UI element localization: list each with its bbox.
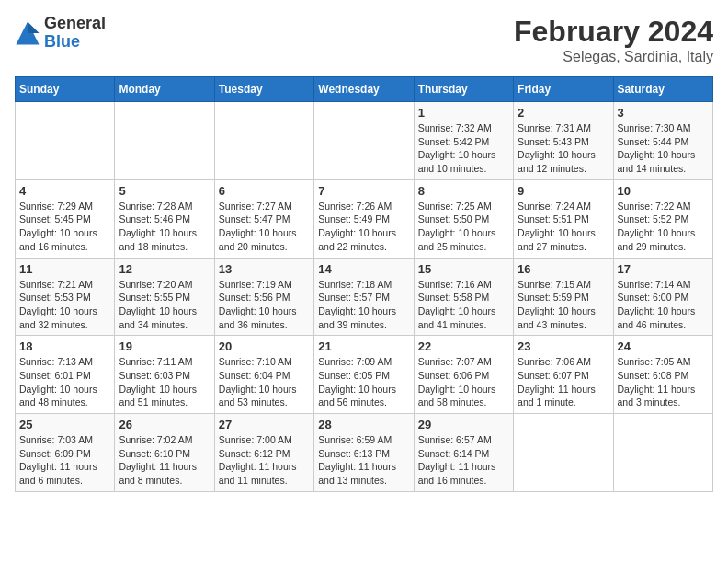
- day-info: Sunrise: 7:19 AMSunset: 5:56 PMDaylight:…: [219, 278, 310, 332]
- logo-blue: Blue: [44, 33, 106, 52]
- day-number: 23: [518, 339, 609, 353]
- weekday-header: Sunday: [16, 77, 115, 102]
- calendar-cell: [514, 414, 613, 492]
- calendar-week-row: 18Sunrise: 7:13 AMSunset: 6:01 PMDayligh…: [16, 336, 713, 414]
- day-number: 8: [418, 184, 509, 198]
- day-number: 16: [518, 262, 609, 276]
- calendar-cell: 6Sunrise: 7:27 AMSunset: 5:47 PMDaylight…: [214, 179, 313, 258]
- day-number: 5: [119, 184, 210, 198]
- day-number: 18: [19, 339, 110, 353]
- day-number: 26: [119, 418, 210, 431]
- day-info: Sunrise: 7:32 AMSunset: 5:42 PMDaylight:…: [418, 121, 509, 176]
- day-info: Sunrise: 6:59 AMSunset: 6:13 PMDaylight:…: [318, 433, 409, 488]
- day-info: Sunrise: 7:20 AMSunset: 5:55 PMDaylight:…: [119, 278, 210, 332]
- day-info: Sunrise: 7:10 AMSunset: 6:04 PMDaylight:…: [219, 355, 310, 409]
- day-number: 25: [19, 418, 110, 431]
- weekday-header: Thursday: [414, 77, 513, 102]
- calendar-cell: 17Sunrise: 7:14 AMSunset: 6:00 PMDayligh…: [613, 258, 712, 336]
- calendar-cell: 16Sunrise: 7:15 AMSunset: 5:59 PMDayligh…: [514, 258, 613, 336]
- calendar-week-row: 1Sunrise: 7:32 AMSunset: 5:42 PMDaylight…: [16, 102, 713, 180]
- calendar-cell: [214, 102, 313, 180]
- calendar-cell: 1Sunrise: 7:32 AMSunset: 5:42 PMDaylight…: [414, 102, 513, 180]
- day-info: Sunrise: 7:05 AMSunset: 6:08 PMDaylight:…: [618, 355, 709, 409]
- logo: General Blue: [15, 15, 106, 52]
- weekday-header: Saturday: [613, 77, 712, 102]
- calendar-week-row: 25Sunrise: 7:03 AMSunset: 6:09 PMDayligh…: [16, 414, 713, 492]
- calendar-cell: 15Sunrise: 7:16 AMSunset: 5:58 PMDayligh…: [414, 258, 513, 336]
- logo-icon: [15, 20, 40, 46]
- location: Selegas, Sardinia, Italy: [514, 49, 713, 65]
- day-info: Sunrise: 7:16 AMSunset: 5:58 PMDaylight:…: [418, 278, 509, 332]
- calendar-cell: 7Sunrise: 7:26 AMSunset: 5:49 PMDaylight…: [314, 179, 414, 258]
- day-info: Sunrise: 7:11 AMSunset: 6:03 PMDaylight:…: [119, 355, 210, 409]
- day-number: 27: [219, 418, 310, 431]
- day-info: Sunrise: 7:26 AMSunset: 5:49 PMDaylight:…: [318, 200, 409, 254]
- day-info: Sunrise: 7:29 AMSunset: 5:45 PMDaylight:…: [19, 200, 110, 254]
- day-info: Sunrise: 7:00 AMSunset: 6:12 PMDaylight:…: [219, 433, 310, 488]
- day-info: Sunrise: 7:25 AMSunset: 5:50 PMDaylight:…: [418, 200, 509, 254]
- day-number: 19: [119, 339, 210, 353]
- weekday-header: Friday: [514, 77, 613, 102]
- calendar-cell: 24Sunrise: 7:05 AMSunset: 6:08 PMDayligh…: [613, 336, 712, 414]
- day-number: 3: [618, 106, 709, 120]
- calendar-cell: 11Sunrise: 7:21 AMSunset: 5:53 PMDayligh…: [16, 258, 115, 336]
- day-info: Sunrise: 7:30 AMSunset: 5:44 PMDaylight:…: [618, 121, 709, 176]
- calendar-cell: 26Sunrise: 7:02 AMSunset: 6:10 PMDayligh…: [115, 414, 214, 492]
- day-info: Sunrise: 7:21 AMSunset: 5:53 PMDaylight:…: [19, 278, 110, 332]
- day-number: 4: [19, 184, 110, 198]
- calendar-cell: 27Sunrise: 7:00 AMSunset: 6:12 PMDayligh…: [214, 414, 313, 492]
- calendar-cell: [314, 102, 414, 180]
- calendar-cell: 8Sunrise: 7:25 AMSunset: 5:50 PMDaylight…: [414, 179, 513, 258]
- day-info: Sunrise: 7:03 AMSunset: 6:09 PMDaylight:…: [19, 433, 110, 488]
- day-info: Sunrise: 7:28 AMSunset: 5:46 PMDaylight:…: [119, 200, 210, 254]
- day-info: Sunrise: 7:27 AMSunset: 5:47 PMDaylight:…: [219, 200, 310, 254]
- day-number: 1: [418, 106, 509, 120]
- calendar-cell: 20Sunrise: 7:10 AMSunset: 6:04 PMDayligh…: [214, 336, 313, 414]
- day-info: Sunrise: 7:18 AMSunset: 5:57 PMDaylight:…: [318, 278, 409, 332]
- svg-marker-1: [28, 21, 40, 33]
- day-info: Sunrise: 7:14 AMSunset: 6:00 PMDaylight:…: [618, 278, 709, 332]
- day-number: 29: [418, 418, 509, 431]
- day-number: 10: [618, 184, 709, 198]
- calendar-cell: [16, 102, 115, 180]
- day-info: Sunrise: 7:31 AMSunset: 5:43 PMDaylight:…: [518, 121, 609, 176]
- day-number: 2: [518, 106, 609, 120]
- weekday-header: Monday: [115, 77, 214, 102]
- calendar-cell: 21Sunrise: 7:09 AMSunset: 6:05 PMDayligh…: [314, 336, 414, 414]
- calendar-cell: 23Sunrise: 7:06 AMSunset: 6:07 PMDayligh…: [514, 336, 613, 414]
- day-info: Sunrise: 6:57 AMSunset: 6:14 PMDaylight:…: [418, 433, 509, 488]
- day-number: 14: [318, 262, 409, 276]
- day-info: Sunrise: 7:13 AMSunset: 6:01 PMDaylight:…: [19, 355, 110, 409]
- day-number: 7: [318, 184, 409, 198]
- weekday-header: Tuesday: [214, 77, 313, 102]
- title-section: February 2024 Selegas, Sardinia, Italy: [514, 15, 713, 65]
- calendar-cell: 10Sunrise: 7:22 AMSunset: 5:52 PMDayligh…: [613, 179, 712, 258]
- day-info: Sunrise: 7:15 AMSunset: 5:59 PMDaylight:…: [518, 278, 609, 332]
- calendar-week-row: 11Sunrise: 7:21 AMSunset: 5:53 PMDayligh…: [16, 258, 713, 336]
- calendar-cell: 9Sunrise: 7:24 AMSunset: 5:51 PMDaylight…: [514, 179, 613, 258]
- day-info: Sunrise: 7:24 AMSunset: 5:51 PMDaylight:…: [518, 200, 609, 254]
- day-number: 6: [219, 184, 310, 198]
- day-info: Sunrise: 7:22 AMSunset: 5:52 PMDaylight:…: [618, 200, 709, 254]
- calendar-header-row: SundayMondayTuesdayWednesdayThursdayFrid…: [16, 77, 713, 102]
- calendar-cell: 25Sunrise: 7:03 AMSunset: 6:09 PMDayligh…: [16, 414, 115, 492]
- calendar-cell: 14Sunrise: 7:18 AMSunset: 5:57 PMDayligh…: [314, 258, 414, 336]
- calendar-cell: 5Sunrise: 7:28 AMSunset: 5:46 PMDaylight…: [115, 179, 214, 258]
- calendar-cell: 2Sunrise: 7:31 AMSunset: 5:43 PMDaylight…: [514, 102, 613, 180]
- day-number: 22: [418, 339, 509, 353]
- calendar-week-row: 4Sunrise: 7:29 AMSunset: 5:45 PMDaylight…: [16, 179, 713, 258]
- calendar-cell: [613, 414, 712, 492]
- day-info: Sunrise: 7:06 AMSunset: 6:07 PMDaylight:…: [518, 355, 609, 409]
- calendar-cell: 3Sunrise: 7:30 AMSunset: 5:44 PMDaylight…: [613, 102, 712, 180]
- day-number: 11: [19, 262, 110, 276]
- weekday-header: Wednesday: [314, 77, 414, 102]
- logo-general: General: [44, 15, 106, 33]
- day-number: 15: [418, 262, 509, 276]
- calendar-cell: 22Sunrise: 7:07 AMSunset: 6:06 PMDayligh…: [414, 336, 513, 414]
- day-info: Sunrise: 7:07 AMSunset: 6:06 PMDaylight:…: [418, 355, 509, 409]
- calendar-table: SundayMondayTuesdayWednesdayThursdayFrid…: [15, 76, 713, 492]
- day-info: Sunrise: 7:02 AMSunset: 6:10 PMDaylight:…: [119, 433, 210, 488]
- day-number: 9: [518, 184, 609, 198]
- calendar-cell: 4Sunrise: 7:29 AMSunset: 5:45 PMDaylight…: [16, 179, 115, 258]
- day-number: 21: [318, 339, 409, 353]
